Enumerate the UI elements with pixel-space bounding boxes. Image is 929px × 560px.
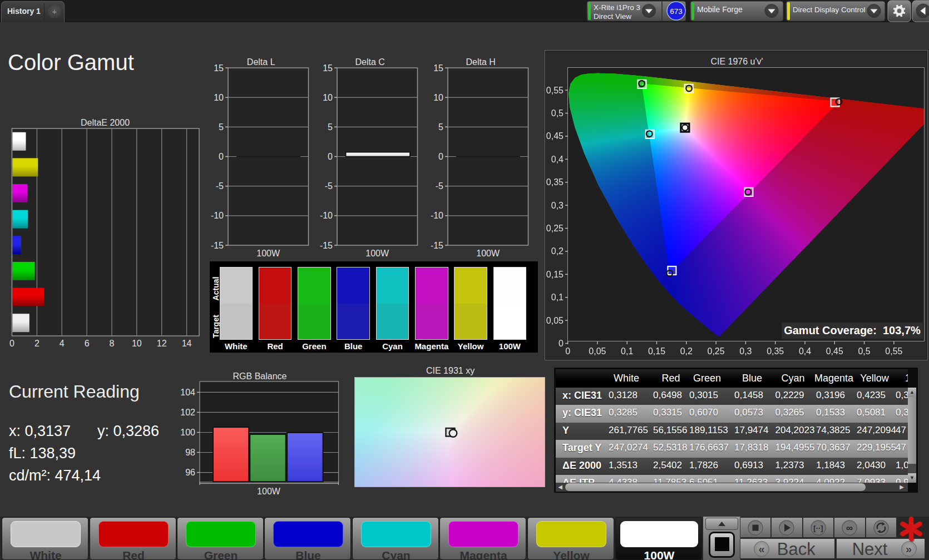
svg-text:-10: -10 [211, 211, 224, 220]
svg-text:-5: -5 [436, 181, 443, 191]
svg-text:0,4: 0,4 [551, 155, 564, 164]
svg-text:14: 14 [182, 339, 192, 348]
svg-text:0: 0 [559, 339, 564, 348]
svg-text:0,3: 0,3 [739, 346, 752, 356]
svg-text:-5: -5 [325, 181, 333, 191]
svg-text:5: 5 [219, 122, 224, 132]
svg-text:0,15: 0,15 [648, 346, 665, 356]
svg-text:100: 100 [180, 428, 195, 437]
svg-text:100W: 100W [257, 487, 281, 496]
svg-text:0,55: 0,55 [546, 86, 564, 95]
svg-text:X-Rite i1Pro 3: X-Rite i1Pro 3 [594, 3, 640, 12]
svg-text:15: 15 [323, 63, 333, 73]
svg-text:0: 0 [565, 346, 570, 356]
svg-text:0,25: 0,25 [708, 346, 725, 356]
svg-text:98: 98 [185, 448, 195, 457]
svg-text:0: 0 [328, 152, 333, 161]
svg-text:0,25: 0,25 [546, 224, 564, 233]
svg-text:Direct Display Control: Direct Display Control [793, 6, 866, 14]
svg-text:0: 0 [219, 152, 224, 161]
svg-text:[··]: [··] [813, 524, 823, 532]
svg-text:10: 10 [433, 93, 443, 102]
svg-text:6: 6 [85, 339, 90, 348]
svg-text:DeltaE 2000: DeltaE 2000 [81, 118, 130, 127]
svg-text:0,5: 0,5 [551, 108, 564, 118]
svg-text:673: 673 [670, 7, 683, 16]
svg-text:∞: ∞ [846, 523, 853, 533]
svg-text:-10: -10 [320, 211, 333, 220]
svg-text:104: 104 [180, 388, 195, 397]
svg-text:0,4: 0,4 [799, 346, 811, 356]
svg-text:0,35: 0,35 [767, 346, 784, 356]
svg-text:Direct View: Direct View [594, 12, 631, 21]
svg-text:0,45: 0,45 [826, 346, 843, 356]
svg-text:10: 10 [214, 93, 224, 102]
svg-text:0,05: 0,05 [546, 316, 564, 325]
svg-text:10: 10 [132, 339, 142, 348]
svg-text:Delta L: Delta L [247, 57, 275, 67]
svg-text:15: 15 [214, 63, 224, 73]
svg-text:0: 0 [438, 152, 443, 161]
svg-text:12: 12 [157, 339, 167, 348]
svg-text:Delta H: Delta H [466, 57, 496, 67]
svg-text:15: 15 [433, 63, 443, 73]
svg-text:RGB Balance: RGB Balance [233, 371, 287, 381]
svg-text:0,05: 0,05 [589, 346, 606, 356]
svg-text:4: 4 [60, 339, 65, 348]
svg-text:0,5: 0,5 [858, 346, 870, 356]
svg-text:0: 0 [9, 339, 14, 348]
svg-text:96: 96 [185, 468, 195, 477]
svg-text:100W: 100W [476, 249, 500, 258]
svg-text:100W: 100W [256, 249, 280, 258]
svg-text:0,45: 0,45 [546, 131, 564, 141]
svg-text:Mobile Forge: Mobile Forge [697, 5, 743, 14]
svg-text:-5: -5 [216, 181, 224, 191]
svg-text:10: 10 [323, 93, 333, 102]
svg-text:0,15: 0,15 [546, 270, 564, 279]
svg-text:0,3: 0,3 [551, 201, 564, 210]
svg-text:2: 2 [34, 339, 39, 348]
svg-text:0,1: 0,1 [621, 346, 633, 356]
svg-text:-10: -10 [431, 211, 443, 220]
svg-text:Delta C: Delta C [355, 57, 385, 67]
svg-text:0,2: 0,2 [680, 346, 693, 356]
svg-text:-15: -15 [431, 241, 443, 250]
svg-text:0,55: 0,55 [885, 346, 902, 356]
svg-text:5: 5 [438, 122, 443, 132]
svg-text:102: 102 [180, 408, 195, 417]
svg-text:-15: -15 [320, 241, 333, 250]
svg-text:-15: -15 [211, 241, 224, 250]
svg-text:0,1: 0,1 [551, 293, 564, 302]
svg-text:5: 5 [328, 122, 333, 132]
svg-text:8: 8 [110, 339, 115, 348]
svg-text:100W: 100W [365, 249, 389, 258]
svg-text:0,2: 0,2 [551, 246, 564, 256]
svg-text:0,35: 0,35 [546, 177, 564, 187]
